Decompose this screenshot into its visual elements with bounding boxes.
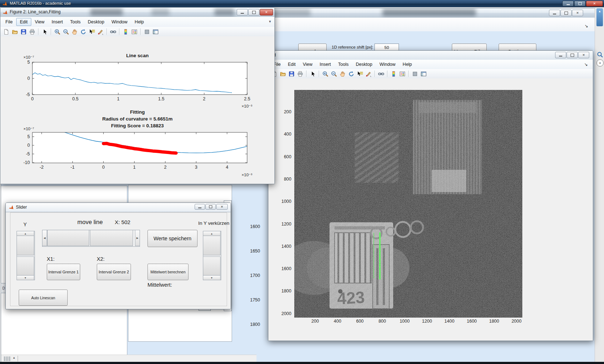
maximize-button[interactable] — [560, 10, 572, 16]
slider-up-arrow[interactable]: ▲ — [17, 231, 34, 236]
link-plot-icon[interactable] — [109, 28, 117, 36]
menu-edit[interactable]: Edit — [284, 60, 299, 68]
close-button[interactable]: ✕ — [578, 52, 589, 58]
slider-left-arrow[interactable]: ◀ — [42, 230, 47, 246]
x-tick-label: 0.5 — [72, 96, 78, 101]
menu-window[interactable]: Window — [376, 60, 399, 68]
insert-legend-icon[interactable] — [398, 70, 406, 78]
menu-help[interactable]: Help — [399, 60, 415, 68]
image-y-tick-label: 2000 — [276, 311, 291, 316]
background-axis-labels: 16001650170017501800 — [233, 197, 261, 341]
interval-grenze-1-button[interactable]: Interval Grenze 1 — [47, 264, 80, 280]
slider-thumb[interactable] — [17, 236, 34, 255]
auto-linescan-button[interactable]: Auto Linescan — [19, 290, 68, 306]
menu-edit[interactable]: Edit — [16, 18, 31, 26]
print-icon[interactable] — [28, 28, 36, 36]
print-icon[interactable] — [296, 70, 304, 78]
rotate-3d-icon[interactable] — [347, 70, 355, 78]
menu-view[interactable]: View — [299, 60, 316, 68]
slider-thumb[interactable] — [90, 230, 133, 246]
move-line-slider[interactable]: ◀ ▶ — [42, 230, 140, 247]
pan-hand-icon[interactable] — [339, 70, 346, 78]
show-plot-tools-icon[interactable] — [419, 70, 427, 78]
save-icon[interactable] — [19, 28, 27, 36]
open-folder-icon[interactable] — [279, 70, 287, 78]
slider-thumb[interactable] — [47, 230, 89, 246]
insert-legend-icon[interactable] — [130, 28, 138, 36]
menu-insert[interactable]: Insert — [48, 18, 67, 26]
close-button[interactable]: ✕ — [572, 10, 583, 16]
ref-shift-input[interactable] — [374, 44, 399, 51]
slider-down-arrow[interactable]: ▼ — [203, 275, 221, 280]
show-plot-tools-icon[interactable] — [151, 28, 159, 36]
fitting-y-multiplier: ×10⁻⁷ — [23, 126, 34, 131]
minimize-button[interactable] — [549, 10, 560, 16]
zoom-in-icon[interactable] — [321, 70, 329, 78]
minimize-button[interactable] — [237, 9, 248, 15]
open-folder-icon[interactable] — [11, 28, 19, 36]
grip-arrow-icon[interactable]: ▲ — [13, 356, 15, 359]
right-figure-titlebar: d ✕ — [268, 51, 593, 60]
slider-up-arrow[interactable]: ▲ — [203, 231, 221, 236]
linescan-x-multiplier: ×10⁻³ — [227, 104, 252, 109]
arrow-cursor-icon[interactable] — [309, 70, 317, 78]
fitting-radius-subtitle: Radius of curvature = 5.6651m — [0, 116, 274, 122]
werte-speichern-button[interactable]: Werte speichern — [147, 230, 197, 247]
grip-icon[interactable] — [4, 356, 11, 361]
menu-window[interactable]: Window — [108, 18, 131, 26]
close-button[interactable]: ✕ — [260, 9, 273, 15]
slider-thumb[interactable] — [17, 256, 34, 276]
menu-desktop[interactable]: Desktop — [84, 18, 108, 26]
maximize-button[interactable] — [248, 9, 259, 15]
hide-plot-tools-icon[interactable] — [143, 28, 151, 36]
panel-dropdown-icon[interactable]: ▼ — [596, 59, 604, 67]
hide-plot-tools-icon[interactable] — [411, 70, 419, 78]
mittelwert-berechnen-button[interactable]: Mittelwert berechnen — [147, 264, 189, 280]
insert-colorbar-icon[interactable] — [390, 70, 398, 78]
brush-icon[interactable] — [364, 70, 372, 78]
dock-arrow-icon[interactable]: ↘ — [584, 62, 588, 67]
data-cursor-icon[interactable] — [356, 70, 364, 78]
insert-colorbar-icon[interactable] — [122, 28, 130, 36]
menu-tools[interactable]: Tools — [67, 18, 84, 26]
linescan-y-multiplier: ×10⁻⁷ — [23, 55, 34, 60]
brush-icon[interactable] — [96, 28, 104, 36]
maximize-button[interactable] — [205, 204, 216, 210]
menu-overflow-icon[interactable]: ▼ — [268, 20, 272, 23]
slider-title: Slider — [16, 205, 27, 210]
menu-file[interactable]: File — [2, 18, 16, 26]
arrow-cursor-icon[interactable] — [41, 28, 49, 36]
menu-view[interactable]: View — [31, 18, 48, 26]
restore-button[interactable] — [574, 1, 586, 6]
zoom-in-icon[interactable] — [53, 28, 61, 36]
interval-grenze-2-button[interactable]: Interval Grenze 2 — [97, 264, 131, 280]
new-document-icon[interactable] — [2, 28, 10, 36]
minimize-button[interactable] — [195, 204, 205, 210]
menu-insert[interactable]: Insert — [316, 60, 335, 68]
minimize-button[interactable] — [555, 52, 566, 58]
slider-down-arrow[interactable]: ▼ — [17, 275, 34, 280]
minimize-button[interactable] — [562, 1, 574, 6]
close-button[interactable]: ✕ — [586, 1, 603, 6]
menu-desktop[interactable]: Desktop — [352, 60, 376, 68]
y-slider-right[interactable]: ▲ ▼ — [203, 231, 221, 280]
zoom-out-icon[interactable] — [330, 70, 338, 78]
slider-thumb[interactable] — [203, 236, 221, 255]
y-slider-left[interactable]: ▲ ▼ — [17, 231, 35, 280]
speckle-image-axes[interactable]: 423 — [294, 90, 522, 318]
menu-tools[interactable]: Tools — [335, 60, 352, 68]
menu-help[interactable]: Help — [131, 18, 147, 26]
rotate-3d-icon[interactable] — [79, 28, 87, 36]
link-plot-icon[interactable] — [377, 70, 385, 78]
close-button[interactable]: ✕ — [216, 204, 228, 210]
slider-thumb[interactable] — [203, 256, 221, 276]
save-icon[interactable] — [287, 70, 295, 78]
data-cursor-icon[interactable] — [88, 28, 96, 36]
slider-right-arrow[interactable]: ▶ — [135, 230, 140, 246]
maximize-button[interactable] — [567, 52, 578, 58]
zoom-out-icon[interactable] — [62, 28, 70, 36]
dock-arrow-icon[interactable]: ↘ — [585, 23, 588, 28]
pan-hand-icon[interactable] — [71, 28, 78, 36]
toolstrip-collapse-tab[interactable]: ▲ — [596, 8, 603, 26]
search-icon[interactable] — [596, 51, 604, 58]
